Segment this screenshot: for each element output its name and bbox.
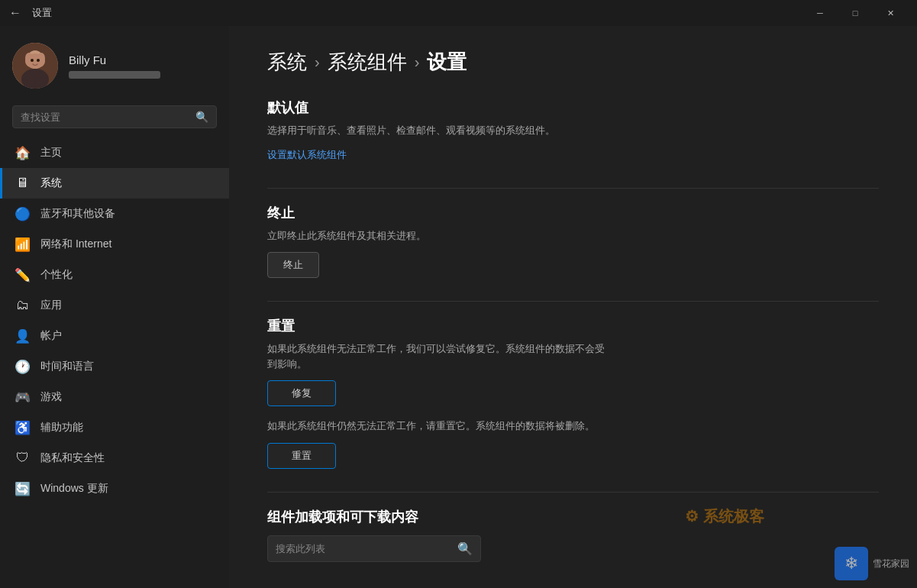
section-default: 默认值 选择用于听音乐、查看照片、检查邮件、观看视频等的系统组件。 设置默认系统…: [267, 99, 879, 165]
sidebar-item-home[interactable]: 🏠主页: [0, 137, 229, 168]
breadcrumb: 系统 › 系统组件 › 设置: [267, 49, 879, 76]
nav-icon-system: 🖥: [15, 176, 30, 191]
nav-icon-accounts: 👤: [15, 328, 30, 344]
nav-label-system: 系统: [40, 176, 62, 190]
divider-2: [267, 301, 879, 302]
section-terminate-desc: 立即终止此系统组件及其相关进程。: [267, 228, 611, 244]
user-name: Billy Fu: [69, 53, 217, 66]
nav-icon-accessibility: ♿: [15, 420, 30, 435]
set-default-link[interactable]: 设置默认系统组件: [267, 148, 347, 162]
sidebar: Billy Fu 🔍 🏠主页🖥系统🔵蓝牙和其他设备📶网络和 Internet✏️…: [0, 26, 229, 588]
nav-icon-personalization: ✏️: [15, 267, 30, 283]
avatar: [12, 43, 58, 89]
nav-label-gaming: 游戏: [40, 390, 62, 404]
sidebar-item-accounts[interactable]: 👤帐户: [0, 321, 229, 351]
close-button[interactable]: ✕: [873, 0, 908, 26]
sidebar-item-bluetooth[interactable]: 🔵蓝牙和其他设备: [0, 199, 229, 229]
nav-icon-privacy: 🛡: [15, 451, 30, 466]
breadcrumb-part2: 系统组件: [328, 49, 407, 76]
section-terminate-title: 终止: [267, 204, 879, 222]
user-info: Billy Fu: [69, 53, 217, 79]
nav-container: 🏠主页🖥系统🔵蓝牙和其他设备📶网络和 Internet✏️个性化🗂应用👤帐户🕐时…: [0, 137, 229, 504]
nav-label-accessibility: 辅助功能: [40, 421, 83, 435]
nav-icon-windows_update: 🔄: [15, 481, 30, 496]
addon-search-icon: 🔍: [457, 541, 473, 556]
sidebar-item-privacy[interactable]: 🛡隐私和安全性: [0, 443, 229, 473]
divider-1: [267, 188, 879, 189]
back-button[interactable]: ←: [9, 6, 21, 20]
search-box[interactable]: 🔍: [12, 105, 217, 128]
section-default-desc: 选择用于听音乐、查看照片、检查邮件、观看视频等的系统组件。: [267, 123, 611, 138]
section-default-title: 默认值: [267, 99, 879, 117]
svg-point-7: [37, 59, 40, 62]
section-reset-title: 重置: [267, 317, 879, 335]
app-body: Billy Fu 🔍 🏠主页🖥系统🔵蓝牙和其他设备📶网络和 Internet✏️…: [0, 26, 917, 588]
section-reset-desc1: 如果此系统组件无法正常工作，我们可以尝试修复它。系统组件的数据不会受到影响。: [267, 341, 611, 371]
nav-icon-home: 🏠: [15, 145, 30, 160]
titlebar: ← 设置 ─ □ ✕: [0, 0, 917, 26]
nav-icon-gaming: 🎮: [15, 389, 30, 405]
nav-icon-bluetooth: 🔵: [15, 206, 30, 221]
sidebar-item-system[interactable]: 🖥系统: [0, 168, 229, 199]
section-terminate: 终止 立即终止此系统组件及其相关进程。 终止: [267, 204, 879, 279]
sidebar-item-windows_update[interactable]: 🔄Windows 更新: [0, 473, 229, 504]
nav-label-personalization: 个性化: [40, 268, 73, 282]
user-profile[interactable]: Billy Fu: [0, 26, 229, 102]
nav-label-windows_update: Windows 更新: [40, 482, 108, 496]
sidebar-item-time[interactable]: 🕐时间和语言: [0, 351, 229, 382]
repair-button[interactable]: 修复: [267, 380, 336, 406]
breadcrumb-sep1: ›: [315, 53, 320, 71]
nav-label-network: 网络和 Internet: [40, 237, 111, 251]
sidebar-item-accessibility[interactable]: ♿辅助功能: [0, 412, 229, 443]
titlebar-title: 设置: [32, 6, 52, 20]
addon-search-input[interactable]: [276, 543, 457, 554]
nav-label-home: 主页: [40, 146, 62, 160]
titlebar-controls: ─ □ ✕: [802, 0, 908, 26]
breadcrumb-current: 设置: [427, 49, 467, 76]
nav-icon-apps: 🗂: [15, 298, 30, 313]
section-reset: 重置 如果此系统组件无法正常工作，我们可以尝试修复它。系统组件的数据不会受到影响…: [267, 317, 879, 469]
sidebar-item-personalization[interactable]: ✏️个性化: [0, 260, 229, 290]
section-addons: 组件加载项和可下载内容 🔍: [267, 508, 879, 562]
nav-label-privacy: 隐私和安全性: [40, 451, 105, 465]
divider-3: [267, 492, 879, 493]
section-addons-title: 组件加载项和可下载内容: [267, 508, 879, 526]
nav-icon-time: 🕐: [15, 359, 30, 374]
maximize-button[interactable]: □: [838, 0, 873, 26]
nav-label-apps: 应用: [40, 299, 62, 312]
user-account-bar: [69, 71, 160, 79]
breadcrumb-part1: 系统: [267, 49, 307, 76]
sidebar-item-apps[interactable]: 🗂应用: [0, 290, 229, 321]
sidebar-item-gaming[interactable]: 🎮游戏: [0, 382, 229, 412]
search-icon: 🔍: [195, 111, 208, 123]
nav-icon-network: 📶: [15, 237, 30, 252]
nav-label-time: 时间和语言: [40, 360, 94, 373]
reset-button[interactable]: 重置: [267, 443, 336, 469]
addon-search-box[interactable]: 🔍: [267, 535, 481, 562]
sidebar-item-network[interactable]: 📶网络和 Internet: [0, 229, 229, 260]
titlebar-left: ← 设置: [9, 6, 52, 20]
search-input[interactable]: [21, 111, 195, 123]
nav-label-accounts: 帐户: [40, 329, 62, 343]
terminate-button[interactable]: 终止: [267, 252, 319, 278]
nav-label-bluetooth: 蓝牙和其他设备: [40, 207, 115, 221]
minimize-button[interactable]: ─: [802, 0, 838, 26]
breadcrumb-sep2: ›: [415, 53, 420, 71]
section-reset-desc2: 如果此系统组件仍然无法正常工作，请重置它。系统组件的数据将被删除。: [267, 418, 611, 434]
content-area: 系统 › 系统组件 › 设置 默认值 选择用于听音乐、查看照片、检查邮件、观看视…: [229, 26, 917, 588]
svg-point-6: [31, 59, 34, 62]
